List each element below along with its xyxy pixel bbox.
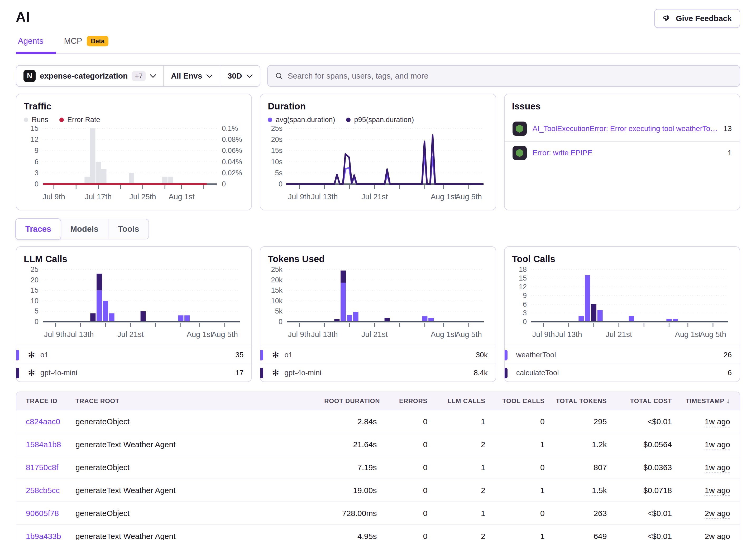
- view-tab-models[interactable]: Models: [61, 219, 108, 239]
- search-input[interactable]: [288, 71, 732, 80]
- column-header-trace_root[interactable]: TRACE ROOT: [73, 392, 322, 410]
- legend-item[interactable]: p95(span.duration): [346, 116, 414, 124]
- issue-link[interactable]: Error: write EPIPE: [532, 149, 722, 157]
- legend-label: Error Rate: [67, 116, 100, 124]
- svg-text:Aug 5th: Aug 5th: [212, 330, 238, 338]
- openai-icon: ✻: [272, 351, 279, 359]
- series-summary-row[interactable]: ✻o130k: [260, 346, 495, 364]
- svg-text:10: 10: [31, 297, 39, 305]
- trace-row[interactable]: 81750c8fgenerateObject7.19s010807$0.0363…: [16, 456, 740, 479]
- column-header-label: ERRORS: [399, 397, 427, 404]
- svg-text:0.1%: 0.1%: [222, 125, 238, 132]
- svg-text:20s: 20s: [271, 136, 283, 143]
- beta-badge: Beta: [87, 36, 108, 47]
- date-range-selector[interactable]: 30D: [220, 66, 259, 86]
- llm-calls-title: LLM Calls: [24, 254, 244, 264]
- svg-text:15s: 15s: [271, 147, 283, 155]
- traces-table: TRACE IDTRACE ROOTROOT DURATIONERRORSLLM…: [16, 392, 740, 540]
- legend-item[interactable]: Runs: [24, 116, 48, 124]
- search-bar[interactable]: [267, 65, 740, 87]
- issues-card-title: Issues: [512, 101, 732, 111]
- trace-id-link[interactable]: 1584a1b8: [26, 440, 61, 449]
- root-duration-cell: 21.64s: [322, 433, 379, 456]
- tool-calls-cell: 1: [488, 479, 547, 502]
- column-header-errors[interactable]: ERRORS: [379, 392, 430, 410]
- svg-text:Aug 1st: Aug 1st: [187, 330, 213, 338]
- trace-root-cell: generateObject: [73, 410, 322, 433]
- trace-row[interactable]: 1b9a433bgenerateText Weather Agent4.95s0…: [16, 525, 740, 540]
- column-header-total_cost[interactable]: TOTAL COST: [609, 392, 675, 410]
- svg-text:Aug 1st: Aug 1st: [431, 193, 457, 201]
- traffic-chart: 0369121500.02%0.04%0.06%0.08%0.1%Jul 9th…: [24, 125, 245, 203]
- trace-row[interactable]: c824aac0generateObject2.84s010295<$0.011…: [16, 410, 740, 433]
- trace-id-link[interactable]: 1b9a433b: [26, 532, 61, 540]
- svg-text:15: 15: [31, 286, 39, 294]
- trace-row[interactable]: 1584a1b8generateText Weather Agent21.64s…: [16, 433, 740, 456]
- sort-desc-icon: ↓: [726, 397, 730, 405]
- trace-id-link[interactable]: c824aac0: [26, 417, 60, 426]
- tab-agents-label: Agents: [18, 36, 44, 46]
- tool-calls-cell: 1: [488, 525, 547, 540]
- view-tab-tools[interactable]: Tools: [108, 219, 149, 239]
- duration-legend: avg(span.duration)p95(span.duration): [268, 116, 488, 124]
- view-tab-traces[interactable]: Traces: [15, 218, 61, 240]
- column-header-timestamp[interactable]: TIMESTAMP↓: [675, 392, 740, 410]
- timestamp-value[interactable]: 1w ago: [704, 463, 730, 473]
- issue-link[interactable]: AI_ToolExecutionError: Error executing t…: [532, 124, 718, 133]
- series-label: calculateTool: [516, 369, 722, 377]
- timestamp-value[interactable]: 1w ago: [704, 486, 730, 496]
- legend-label: avg(span.duration): [276, 116, 335, 124]
- total-cost-cell: <$0.01: [609, 525, 675, 540]
- svg-text:Jul 9th: Jul 9th: [44, 330, 67, 338]
- environment-selector[interactable]: All Envs: [164, 66, 220, 86]
- llm-calls-cell: 2: [430, 525, 488, 540]
- give-feedback-button[interactable]: Give Feedback: [654, 9, 740, 28]
- column-header-llm_calls[interactable]: LLM CALLS: [430, 392, 488, 410]
- trace-root-cell: generateText Weather Agent: [73, 479, 322, 502]
- column-header-label: TOTAL TOKENS: [556, 397, 607, 404]
- traffic-card-title: Traffic: [24, 101, 244, 111]
- issue-count: 13: [723, 124, 732, 133]
- search-icon: [275, 72, 283, 80]
- column-header-tool_calls[interactable]: TOOL CALLS: [488, 392, 547, 410]
- column-header-total_tokens[interactable]: TOTAL TOKENS: [547, 392, 610, 410]
- trace-id-link[interactable]: 90605f78: [26, 509, 59, 518]
- series-color-bar: [505, 368, 508, 378]
- svg-text:10k: 10k: [271, 297, 283, 305]
- issue-count: 1: [727, 149, 732, 157]
- series-summary-row[interactable]: ✻gpt-4o-mini8.4k: [260, 364, 495, 381]
- column-header-root_duration[interactable]: ROOT DURATION: [322, 392, 379, 410]
- llm-calls-cell: 2: [430, 479, 488, 502]
- timestamp-value[interactable]: 2w ago: [704, 532, 730, 540]
- svg-text:0.06%: 0.06%: [222, 147, 242, 155]
- root-duration-cell: 2.84s: [322, 410, 379, 433]
- svg-text:3: 3: [523, 309, 527, 317]
- legend-item[interactable]: avg(span.duration): [268, 116, 335, 124]
- errors-cell: 0: [379, 433, 430, 456]
- svg-text:20: 20: [31, 276, 39, 284]
- timestamp-value[interactable]: 1w ago: [704, 417, 730, 427]
- trace-root-cell: generateObject: [73, 502, 322, 525]
- trace-row[interactable]: 258cb5ccgenerateText Weather Agent19.00s…: [16, 479, 740, 502]
- column-header-label: TOOL CALLS: [502, 397, 544, 404]
- trace-id-link[interactable]: 81750c8f: [26, 463, 58, 472]
- series-summary-row[interactable]: weatherTool26: [505, 346, 740, 364]
- issues-card: Issues AI_ToolExecutionError: Error exec…: [504, 94, 740, 210]
- tab-agents[interactable]: Agents: [16, 34, 45, 53]
- timestamp-value[interactable]: 1w ago: [704, 440, 730, 450]
- tab-mcp[interactable]: MCP Beta: [63, 34, 110, 53]
- column-header-trace_id[interactable]: TRACE ID: [16, 392, 73, 410]
- trace-id-link[interactable]: 258cb5cc: [26, 486, 60, 495]
- svg-text:10s: 10s: [271, 158, 283, 166]
- series-summary-row[interactable]: calculateTool6: [505, 364, 740, 381]
- root-duration-cell: 19.00s: [322, 479, 379, 502]
- page-header: AI Give Feedback: [16, 9, 740, 28]
- legend-item[interactable]: Error Rate: [59, 116, 100, 124]
- series-summary-row[interactable]: ✻o135: [16, 346, 251, 364]
- nextjs-project-icon: N: [24, 70, 36, 82]
- trace-row[interactable]: 90605f78generateObject728.00ms010263<$0.…: [16, 502, 740, 525]
- svg-text:0.02%: 0.02%: [222, 169, 242, 177]
- series-summary-row[interactable]: ✻gpt-4o-mini17: [16, 364, 251, 381]
- timestamp-value[interactable]: 2w ago: [704, 509, 730, 519]
- project-selector[interactable]: N expense-categorization +7: [16, 66, 164, 86]
